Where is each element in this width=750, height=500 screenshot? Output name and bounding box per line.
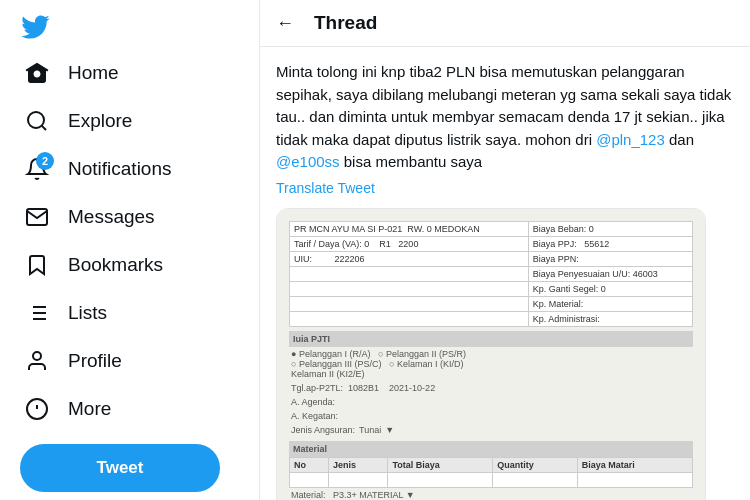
table-row: PR MCN AYU MA SI P-021 RW. 0 MEDOKAN Bia… [290, 221, 693, 236]
table-cell: Biaya Matari [577, 457, 692, 472]
twitter-logo[interactable] [12, 8, 58, 46]
doc-material-value-row: Material: P3.3+ MATERIAL ▼ [291, 490, 691, 500]
table-cell [577, 472, 692, 487]
sidebar-item-messages-label: Messages [68, 206, 155, 228]
tweet-text: Minta tolong ini knp tiba2 PLN bisa memu… [276, 61, 734, 174]
table-cell: Kp. Ganti Segel: 0 [528, 281, 692, 296]
doc-pelanggan-label: ● Pelanggan I (R/A) [291, 349, 370, 359]
doc-angsaran-row: Jenis Angsuran: Tunai ▼ [289, 423, 693, 437]
explore-icon [24, 108, 50, 134]
doc-kegatan-label: A. Kegatan: [291, 411, 338, 421]
table-cell: Kp. Administrasi: [528, 311, 692, 326]
document-content: PR MCN AYU MA SI P-021 RW. 0 MEDOKAN Bia… [277, 209, 705, 501]
doc-section-pjt: Iuia PJTI ● Pelanggan I (R/A) ○ Pelangga… [289, 331, 693, 437]
table-cell: Quantity [493, 457, 578, 472]
main-content: ← Thread Minta tolong ini knp tiba2 PLN … [260, 0, 750, 500]
user-icon [24, 348, 50, 374]
sidebar-item-profile-label: Profile [68, 350, 122, 372]
doc-kelaman2-label: Kelaman II (KI2/E) [291, 369, 365, 379]
sidebar-item-explore[interactable]: Explore [12, 98, 247, 144]
doc-kegatan-row: A. Kegatan: [289, 409, 693, 423]
doc-material-table: No Jenis Total Biaya Quantity Biaya Mata… [289, 457, 693, 488]
tweet-text-after: bisa membantu saya [340, 153, 483, 170]
doc-date-value: 2021-10-22 [389, 383, 435, 393]
doc-material-title: Material [289, 441, 693, 457]
notification-badge: 2 [36, 152, 54, 170]
doc-material-section: Material No Jenis Total Biaya Quantity B… [289, 441, 693, 501]
table-cell: No [290, 457, 329, 472]
table-row: UIU: 222206 Biaya PPN: [290, 251, 693, 266]
doc-material-dropdown: ▼ [406, 490, 415, 500]
tweet-text-middle: dan [665, 131, 694, 148]
sidebar-item-messages[interactable]: Messages [12, 194, 247, 240]
doc-agenda-label: A. Agenda: [291, 397, 335, 407]
sidebar-item-notifications[interactable]: 2 Notifications [12, 146, 247, 192]
svg-point-8 [33, 352, 41, 360]
table-cell [290, 472, 329, 487]
table-cell: Total Biaya [388, 457, 493, 472]
bell-icon: 2 [24, 156, 50, 182]
table-row: No Jenis Total Biaya Quantity Biaya Mata… [290, 457, 693, 472]
list-icon [24, 300, 50, 326]
thread-body: Minta tolong ini knp tiba2 PLN bisa memu… [260, 47, 750, 500]
table-row: Kp. Administrasi: [290, 311, 693, 326]
mention-pln[interactable]: @pln_123 [596, 131, 665, 148]
table-cell [290, 281, 529, 296]
doc-pelanggan-options: ● Pelanggan I (R/A) ○ Pelanggan II (PS/R… [289, 347, 693, 381]
table-cell [290, 296, 529, 311]
doc-pelanggan3-label: ○ Pelanggan III (PS/C) [291, 359, 381, 369]
doc-ref-row: Tgl.ap-P2TL: 1082B1 2021-10-22 [289, 381, 693, 395]
doc-tunai-value: Tunai [359, 425, 381, 435]
tweet-button[interactable]: Tweet [20, 444, 220, 492]
doc-material-value: P3.3+ MATERIAL [333, 490, 403, 500]
sidebar-item-bookmarks-label: Bookmarks [68, 254, 163, 276]
home-icon [24, 60, 50, 86]
mail-icon [24, 204, 50, 230]
sidebar-item-bookmarks[interactable]: Bookmarks [12, 242, 247, 288]
table-cell: Biaya PPN: [528, 251, 692, 266]
table-row: Tarif / Daya (VA): 0 R1 2200 Biaya PPJ: … [290, 236, 693, 251]
doc-material-bottom: Material: P3.3+ MATERIAL ▼ Quantity: Tam… [289, 488, 693, 501]
doc-tglap-label: Tgl.ap-P2TL: [291, 383, 346, 393]
table-row: Kp. Material: [290, 296, 693, 311]
table-cell: UIU: 222206 [290, 251, 529, 266]
sidebar-item-more-label: More [68, 398, 111, 420]
table-cell [290, 311, 529, 326]
sidebar-item-profile[interactable]: Profile [12, 338, 247, 384]
back-button[interactable]: ← [276, 13, 294, 34]
sidebar-item-lists[interactable]: Lists [12, 290, 247, 336]
sidebar-item-explore-label: Explore [68, 110, 132, 132]
bookmark-icon [24, 252, 50, 278]
table-cell: Biaya Beban: 0 [528, 221, 692, 236]
table-cell [290, 266, 529, 281]
translate-tweet-link[interactable]: Translate Tweet [276, 180, 734, 196]
doc-dropdown-icon: ▼ [385, 425, 394, 435]
table-row: Kp. Ganti Segel: 0 [290, 281, 693, 296]
sidebar: Home Explore 2 Notifications [0, 0, 260, 500]
doc-tglap-value: 1082B1 [348, 383, 379, 393]
doc-pelanggan2-label: ○ Pelanggan II (PS/R) [378, 349, 466, 359]
document-table: PR MCN AYU MA SI P-021 RW. 0 MEDOKAN Bia… [289, 221, 693, 327]
table-cell: Biaya Penyesuaian U/U: 46003 [528, 266, 692, 281]
doc-agenda-row: A. Agenda: [289, 395, 693, 409]
sidebar-item-lists-label: Lists [68, 302, 107, 324]
mention-e100[interactable]: @e100ss [276, 153, 340, 170]
sidebar-item-more[interactable]: More [12, 386, 247, 432]
table-cell: Jenis [329, 457, 388, 472]
doc-pjt-title: Iuia PJTI [289, 331, 693, 347]
table-row [290, 472, 693, 487]
table-cell: Biaya PPJ: 55612 [528, 236, 692, 251]
table-cell [329, 472, 388, 487]
table-cell [493, 472, 578, 487]
table-cell [388, 472, 493, 487]
sidebar-item-home[interactable]: Home [12, 50, 247, 96]
table-cell: Tarif / Daya (VA): 0 R1 2200 [290, 236, 529, 251]
svg-point-0 [28, 112, 44, 128]
svg-line-1 [42, 126, 46, 130]
sidebar-item-home-label: Home [68, 62, 119, 84]
table-cell: Kp. Material: [528, 296, 692, 311]
table-row: Biaya Penyesuaian U/U: 46003 [290, 266, 693, 281]
tweet-attached-image: PR MCN AYU MA SI P-021 RW. 0 MEDOKAN Bia… [276, 208, 706, 501]
thread-title: Thread [314, 12, 377, 34]
sidebar-item-notifications-label: Notifications [68, 158, 172, 180]
